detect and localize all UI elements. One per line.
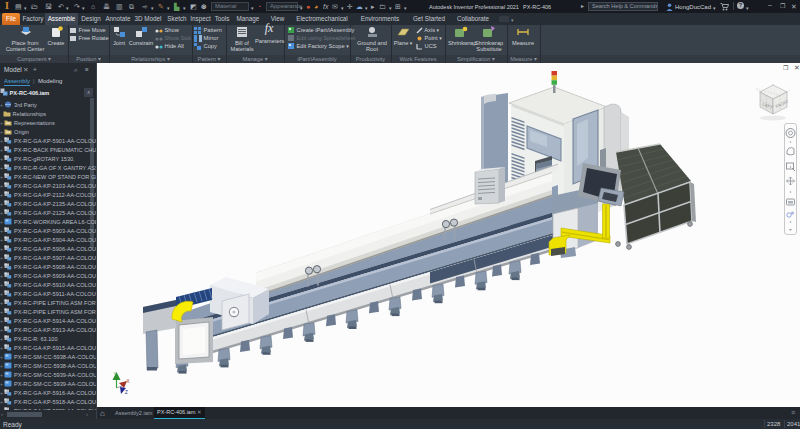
svg-text:Z: Z: [125, 390, 128, 395]
svg-text:X: X: [127, 379, 130, 384]
svg-text:Y: Y: [114, 371, 117, 376]
